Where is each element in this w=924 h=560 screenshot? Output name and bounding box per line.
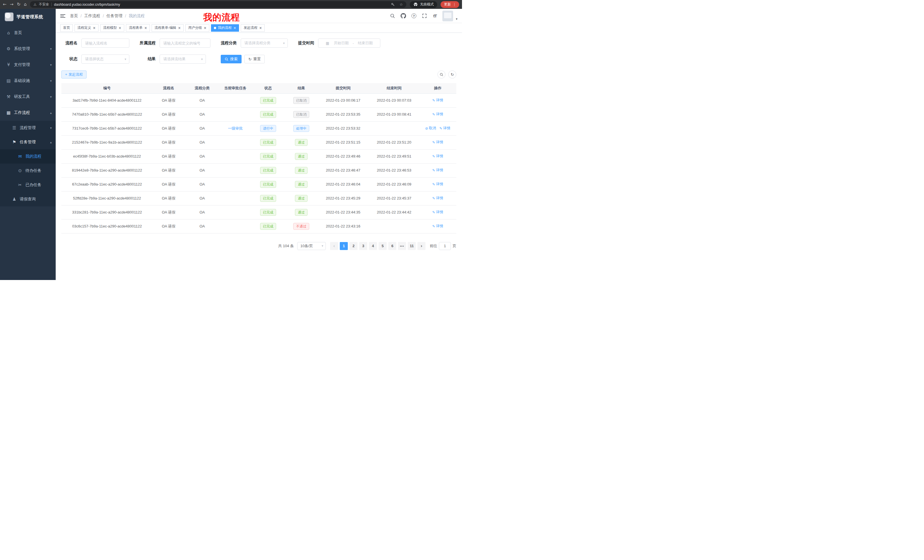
close-icon[interactable]: × [259,26,262,30]
fold-icon[interactable] [60,14,65,18]
detail-action-link[interactable]: ✎详情 [432,154,443,159]
close-icon[interactable]: × [144,26,147,30]
key-icon[interactable] [390,1,396,8]
next-page-button[interactable]: › [417,242,426,250]
browser-home-icon[interactable]: ⌂ [24,2,27,7]
submit-time-range-picker[interactable]: ▦ 开始日期 - 结束日期 [318,39,380,48]
current-task-link[interactable]: 一级审批 [228,126,243,130]
filter-label-process: 所属流程 [138,40,156,46]
github-icon[interactable] [400,13,406,19]
cell-submit-time: 2022-01-22 23:45:29 [317,191,369,205]
help-icon[interactable]: ? [411,13,417,19]
page-button-5[interactable]: 5 [379,242,387,250]
fullscreen-icon[interactable] [421,13,428,19]
search-icon [440,73,444,76]
sidebar-item-my-process[interactable]: ✉我的流程 [0,149,56,163]
bookmark-star-icon[interactable]: ☆ [399,2,403,7]
sidebar-item-done-task[interactable]: ✂已办任务 [0,178,56,192]
sidebar-item-payment[interactable]: ¥支付管理▾ [0,57,56,73]
page-button-11[interactable]: 11 [408,242,416,250]
page-button-2[interactable]: 2 [350,242,357,250]
page-button-6[interactable]: 6 [388,242,396,250]
page-jump-input[interactable] [439,242,451,250]
result-tag: 已取消 [293,97,309,104]
eye-icon: ⊙ [17,168,23,173]
page-button-3[interactable]: 3 [359,242,367,250]
avatar[interactable] [442,10,453,21]
tab-start-process[interactable]: 发起流程× [241,24,265,32]
detail-action-link[interactable]: ✎详情 [432,182,443,187]
tab-my-process[interactable]: 我的流程× [211,24,239,32]
tab-process-form-edit[interactable]: 流程表单-编辑× [152,24,184,32]
search-button[interactable]: 搜索 [221,55,242,63]
cell-category: OA [184,107,220,121]
cell-actions: ✎详情 [419,177,456,191]
refresh-button[interactable]: ↻ [448,70,456,78]
tab-user-group[interactable]: 用户分组× [185,24,209,32]
detail-action-link[interactable]: ✎详情 [432,112,443,117]
close-icon[interactable]: × [118,26,122,30]
more-pages-button[interactable]: ••• [398,242,406,250]
app-logo[interactable]: 芋道管理系统 [0,9,56,25]
forward-icon[interactable]: → [10,2,14,7]
url-text: dashboard.yudao.iocoder.cn/bpm/task/my [54,3,387,7]
close-icon[interactable]: × [178,26,181,30]
close-icon[interactable]: × [233,26,236,30]
tab-home[interactable]: 首页 [60,24,73,32]
close-icon[interactable]: × [93,26,96,30]
chevron-up-icon: ▴ [50,111,52,115]
breadcrumb-item[interactable]: 工作流程 [84,13,100,18]
update-button[interactable]: 更新 ⋮ [441,1,459,8]
cell-current-task [220,163,251,177]
cell-submit-time: 2022-01-22 23:46:47 [317,163,369,177]
search-icon[interactable] [390,13,396,19]
sidebar-item-todo-task[interactable]: ⊙待办任务 [0,163,56,178]
sidebar-item-leave-query[interactable]: ♟请假查询 [0,192,56,207]
reload-icon[interactable]: ↻ [17,2,21,7]
back-icon[interactable]: ← [3,2,7,7]
breadcrumb-item[interactable]: 首页 [70,13,78,18]
cell-process-name: OA 请假 [153,135,184,149]
detail-action-link[interactable]: ✎详情 [432,140,443,145]
sidebar-item-infrastructure[interactable]: ▤基础设施▾ [0,73,56,89]
reset-button[interactable]: ↻ 重置 [244,55,265,63]
detail-action-link[interactable]: ✎详情 [440,126,450,131]
search-toggle-button[interactable] [438,70,446,78]
detail-action-link[interactable]: ✎详情 [432,168,443,173]
result-select[interactable]: 请选择流结果 ▾ [160,54,206,64]
total-count: 共 104 条 [278,244,294,249]
tab-process-form[interactable]: 流程表单× [126,24,150,32]
process-name-input[interactable] [81,39,129,48]
tab-process-model[interactable]: 流程模型× [100,24,124,32]
status-tag: 已完成 [260,195,276,202]
sidebar-item-process-mgmt[interactable]: ☰流程管理▾ [0,121,56,135]
detail-action-link[interactable]: ✎详情 [432,210,443,215]
page-button-4[interactable]: 4 [369,242,377,250]
prev-page-button[interactable]: ‹ [330,242,338,250]
page-button-1[interactable]: 1 [340,242,348,250]
column-header: 结束时间 [369,83,419,93]
breadcrumb-item[interactable]: 任务管理 [106,13,123,18]
category-select[interactable]: 请选择流程分类 ▾ [241,39,288,48]
font-size-icon[interactable]: tT [432,13,438,19]
tab-process-definition[interactable]: 流程定义× [75,24,99,32]
page-size-select[interactable]: 10条/页 ▾ [297,242,326,250]
sidebar-item-workflow[interactable]: ▦工作流程▴ [0,105,56,121]
chevron-down-icon[interactable]: ▾ [456,17,458,21]
detail-action-link[interactable]: ✎详情 [432,196,443,201]
cancel-action-link[interactable]: ⊘取消 [425,126,436,131]
create-process-button[interactable]: + 发起流程 [62,70,87,78]
detail-action-link[interactable]: ✎详情 [432,224,443,229]
breadcrumb-separator: / [103,14,104,18]
status-select[interactable]: 请选择状态 ▾ [81,54,129,64]
detail-action-link[interactable]: ✎详情 [432,98,443,103]
sidebar-item-task-mgmt[interactable]: ⚑任务管理▴ [0,135,56,149]
sidebar-item-devtools[interactable]: ⚒研发工具▾ [0,89,56,105]
create-button-label: 发起流程 [69,72,83,77]
close-icon[interactable]: × [204,26,207,30]
process-key-input[interactable] [160,39,210,48]
address-bar[interactable]: ⚠ 不安全 dashboard.yudao.iocoder.cn/bpm/tas… [30,1,406,8]
menu-kebab-icon[interactable]: ⋮ [453,2,456,7]
sidebar-item-home[interactable]: ⌂首页 [0,25,56,41]
sidebar-item-system[interactable]: ⚙系统管理▾ [0,41,56,57]
